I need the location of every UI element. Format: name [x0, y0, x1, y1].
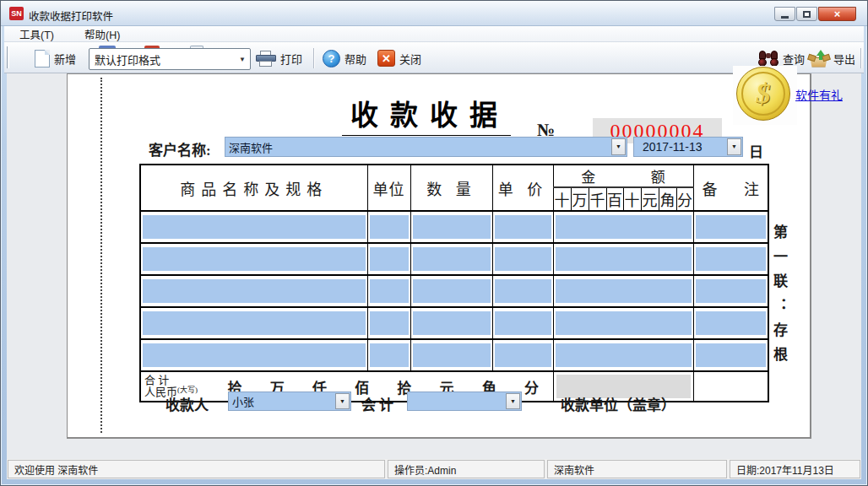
- table-row: [140, 211, 768, 243]
- unit-cell[interactable]: [370, 247, 409, 271]
- table-row: [140, 307, 768, 339]
- quantity-cell[interactable]: [413, 247, 491, 271]
- date-suffix: 日: [749, 140, 763, 161]
- product-cell[interactable]: [143, 215, 366, 239]
- column-header-note: 备注: [693, 165, 768, 211]
- total-note-cell: [693, 371, 768, 402]
- amount-cell[interactable]: [556, 215, 692, 239]
- print-format-combobox[interactable]: 默认打印格式 ▼: [89, 48, 251, 70]
- receipt-title: 收款收据: [342, 93, 511, 138]
- toolbar-grip: [7, 46, 9, 68]
- app-icon: SN: [9, 7, 24, 20]
- minimize-button[interactable]: [774, 7, 795, 21]
- status-operator: 操作员:Admin: [388, 460, 545, 478]
- window-title: 收款收据打印软件: [29, 8, 113, 24]
- amount-digit-header: 十: [553, 187, 571, 211]
- menu-help[interactable]: 帮助(H): [81, 25, 123, 43]
- new-button[interactable]: 新增: [35, 46, 76, 70]
- amount-digit-header: 元: [641, 187, 659, 211]
- amount-cell[interactable]: [556, 247, 692, 271]
- unit-cell[interactable]: [370, 279, 409, 303]
- customer-name-label: 客户名称:: [149, 138, 211, 159]
- unit-cell[interactable]: [370, 343, 409, 367]
- unit-cell[interactable]: [370, 215, 409, 239]
- chevron-down-icon[interactable]: ▼: [727, 138, 741, 155]
- maximize-button[interactable]: [796, 7, 817, 21]
- unit-cell[interactable]: [370, 311, 409, 335]
- payee-combobox[interactable]: 小张 ▼: [228, 392, 351, 411]
- customer-combobox[interactable]: 深南软件 ▼: [225, 137, 627, 157]
- title-bar: SN 收款收据打印软件 ×: [1, 1, 867, 26]
- close-button[interactable]: ✕ 关闭: [377, 46, 421, 70]
- app-window: SN 收款收据打印软件 × 工具(T) 帮助(H) 新增 默认打印格式 ▼ 打印: [0, 0, 868, 486]
- chevron-down-icon: ▼: [235, 49, 250, 69]
- export-button[interactable]: 导出: [809, 46, 855, 70]
- price-cell[interactable]: [495, 343, 551, 367]
- toolbar-separator: [313, 48, 314, 68]
- amount-cell[interactable]: [556, 279, 692, 303]
- minimize-icon: [781, 16, 789, 19]
- note-cell[interactable]: [696, 311, 767, 335]
- accountant-combobox[interactable]: ▼: [407, 392, 522, 411]
- column-header-product: 商品名称及规格: [140, 165, 367, 211]
- product-cell[interactable]: [143, 311, 366, 335]
- amount-digit-header: 角: [659, 187, 676, 211]
- close-window-button[interactable]: ×: [818, 7, 856, 21]
- perforation-line: [100, 78, 102, 433]
- price-cell[interactable]: [495, 311, 551, 335]
- amount-digit-header: 万: [571, 187, 589, 211]
- price-cell[interactable]: [495, 279, 551, 303]
- column-header-unit: 单位: [367, 165, 410, 211]
- column-header-amount: 金额: [553, 165, 693, 187]
- product-cell[interactable]: [143, 279, 366, 303]
- table-row: [140, 243, 768, 275]
- promo-link[interactable]: 软件有礼: [795, 86, 843, 103]
- maximize-icon: [803, 11, 811, 18]
- menu-tools[interactable]: 工具(T): [16, 25, 57, 43]
- quantity-cell[interactable]: [413, 279, 491, 303]
- product-cell[interactable]: [143, 247, 366, 271]
- amount-digit-header: 千: [589, 187, 606, 211]
- note-cell[interactable]: [696, 279, 767, 303]
- column-header-quantity: 数 量: [410, 165, 492, 211]
- accountant-label: 会计: [361, 393, 397, 414]
- main-content: 收款收据 № 00000004 客户名称: 深南软件 ▼ 2017-11-13 …: [7, 73, 861, 459]
- binoculars-icon: [758, 51, 778, 67]
- chevron-down-icon[interactable]: ▼: [506, 393, 520, 409]
- note-cell[interactable]: [696, 343, 767, 367]
- amount-cell[interactable]: [556, 311, 692, 335]
- receipt-table: 商品名称及规格 单位 数 量 单 价 金额 备注 十 万 千 百 十: [139, 164, 769, 402]
- promo-coin[interactable]: $: [733, 66, 797, 125]
- receipt-paper: 收款收据 № 00000004 客户名称: 深南软件 ▼ 2017-11-13 …: [67, 73, 811, 439]
- note-cell[interactable]: [696, 247, 767, 271]
- quantity-cell[interactable]: [413, 343, 491, 367]
- status-company: 深南软件: [547, 460, 727, 478]
- payee-label: 收款人: [165, 393, 209, 414]
- copy-label: 第一联：存根: [768, 224, 789, 452]
- date-combobox[interactable]: 2017-11-13 ▼: [633, 137, 743, 157]
- note-cell[interactable]: [696, 215, 767, 239]
- chevron-down-icon[interactable]: ▼: [611, 138, 626, 155]
- amount-digit-header: 十: [623, 187, 641, 211]
- printer-icon: [256, 51, 276, 67]
- amount-digit-header: 百: [606, 187, 623, 211]
- table-row: [140, 275, 768, 307]
- help-button[interactable]: ? 帮助: [323, 46, 366, 70]
- quantity-cell[interactable]: [413, 311, 491, 335]
- status-bar: 欢迎使用 深南软件 操作员:Admin 深南软件 日期:2017年11月13日: [7, 459, 861, 479]
- new-document-icon: [35, 50, 50, 68]
- close-icon: ✕: [377, 50, 395, 67]
- price-cell[interactable]: [495, 247, 551, 271]
- price-cell[interactable]: [495, 215, 551, 239]
- quantity-cell[interactable]: [413, 215, 491, 239]
- column-header-price: 单 价: [492, 165, 553, 211]
- amount-cell[interactable]: [556, 343, 692, 367]
- amount-digit-header: 分: [676, 187, 693, 211]
- export-box-icon: [809, 50, 829, 68]
- table-row: [140, 339, 768, 371]
- chevron-down-icon[interactable]: ▼: [335, 393, 350, 409]
- help-icon: ?: [323, 50, 340, 68]
- print-button[interactable]: 打印: [256, 46, 302, 70]
- menu-bar: 工具(T) 帮助(H): [4, 26, 864, 42]
- product-cell[interactable]: [143, 343, 366, 367]
